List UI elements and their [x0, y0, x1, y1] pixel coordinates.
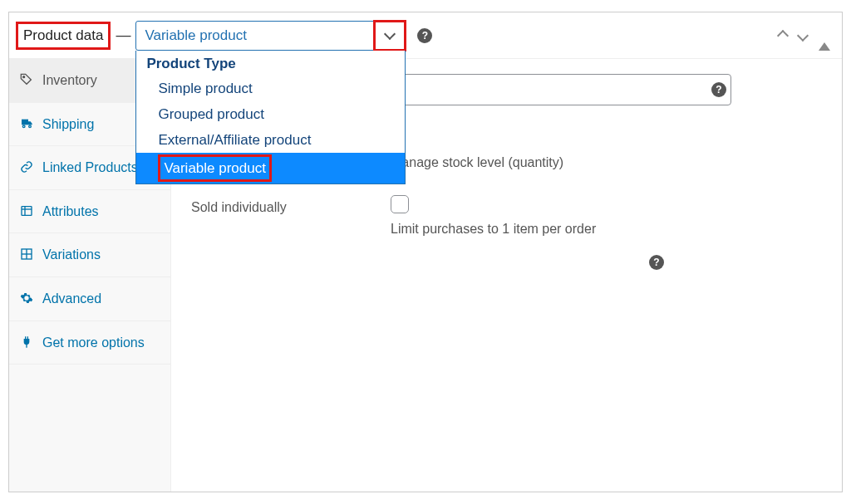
sidebar-item-label: Shipping [42, 115, 94, 134]
svg-point-0 [23, 76, 25, 78]
panel-title: Product data [16, 22, 111, 50]
product-type-dropdown: Product Type Simple product Grouped prod… [135, 51, 406, 185]
product-type-select-wrap: Variable product Product Type Simple pro… [135, 21, 406, 51]
plug-icon [19, 335, 34, 349]
tag-icon [19, 73, 34, 86]
sidebar-item-variations[interactable]: Variations [9, 233, 170, 277]
help-icon[interactable]: ? [417, 28, 432, 43]
move-up-icon[interactable] [779, 28, 787, 43]
sold-individually-desc: Limit purchases to 1 item per order [391, 222, 822, 237]
header-controls [779, 28, 830, 43]
list-icon [19, 204, 34, 218]
sidebar-item-attributes[interactable]: Attributes [9, 190, 170, 234]
manage-stock-desc: Manage stock level (quantity) [391, 155, 822, 170]
sidebar-item-label: Inventory [42, 71, 97, 90]
dropdown-option-grouped[interactable]: Grouped product [136, 101, 405, 127]
move-down-icon[interactable] [799, 28, 807, 43]
sold-individually-label: Sold individually [191, 195, 391, 215]
dropdown-header: Product Type [136, 51, 405, 76]
select-value: Variable product [145, 27, 247, 44]
sold-individually-row: Sold individually Limit purchases to 1 i… [191, 195, 822, 237]
grid-icon [19, 247, 34, 261]
sidebar-item-label: Variations [42, 246, 101, 264]
svg-point-1 [22, 125, 25, 128]
truck-icon [19, 117, 34, 130]
svg-point-2 [29, 125, 32, 128]
collapse-icon[interactable] [819, 28, 830, 43]
sold-individually-checkbox[interactable] [391, 195, 409, 213]
dropdown-option-external[interactable]: External/Affiliate product [136, 127, 405, 153]
sidebar-item-advanced[interactable]: Advanced [9, 277, 170, 321]
dropdown-option-simple[interactable]: Simple product [136, 76, 405, 101]
selected-option-highlight: Variable product [158, 154, 272, 182]
panel-body: Inventory Shipping Linked Products Attri… [9, 59, 842, 492]
link-icon [19, 160, 34, 174]
sku-input[interactable] [391, 74, 731, 105]
product-type-select[interactable]: Variable product [135, 21, 406, 51]
dropdown-option-variable[interactable]: Variable product [136, 153, 405, 183]
title-dash: — [116, 27, 130, 44]
chevron-down-icon [384, 28, 396, 40]
panel-header: Product data — Variable product Product … [9, 12, 842, 59]
sidebar-item-label: Attributes [42, 203, 99, 221]
select-chevron-highlight [373, 20, 406, 51]
sidebar-item-label: Linked Products [42, 159, 138, 177]
sidebar-item-label: Advanced [42, 290, 101, 308]
svg-rect-3 [22, 206, 32, 215]
product-data-panel: Product data — Variable product Product … [8, 12, 843, 492]
help-icon[interactable]: ? [649, 255, 664, 270]
gear-icon [19, 291, 34, 305]
help-icon[interactable]: ? [711, 82, 726, 97]
sidebar-item-label: Get more options [42, 334, 145, 352]
sidebar-item-get-more[interactable]: Get more options [9, 321, 170, 365]
